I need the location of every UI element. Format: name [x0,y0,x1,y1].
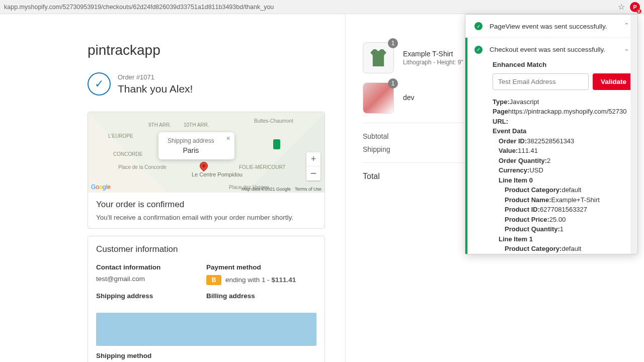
tshirt-icon [370,49,386,66]
map-label: CONCORDE [113,151,142,157]
close-icon[interactable]: × [226,134,230,142]
shipping-method-label: Shipping method [96,352,206,359]
browser-url-bar: kapp.myshopify.com/52730953919/checkouts… [0,0,644,14]
contact-email: test@gmail.com [96,275,206,283]
store-name: pintrackapp [88,42,325,58]
thank-you-header: ✓ Order #1071 Thank you Alex! [88,72,325,96]
shipping-map[interactable]: 9TH ARR. 10TH ARR. L'EUROPE Buttes-Chaum… [88,112,325,193]
customer-info-title: Customer information [96,244,316,254]
order-confirm-card: 9TH ARR. 10TH ARR. L'EUROPE Buttes-Chaum… [88,112,325,229]
event-details: Type:Javascript Pagehttps://pintrackapp.… [493,97,626,254]
map-label: Buttes-Chaumont [254,118,293,124]
enhanced-match-label: Enhanced Match [493,61,626,68]
customer-info-card: Customer information Contact information… [88,236,325,362]
map-zoom-controls: + − [306,152,320,180]
billing-address-label: Billing address [206,292,316,300]
quantity-badge: 1 [388,38,398,48]
chevron-up-icon[interactable]: ⌃ [624,22,629,29]
map-label: 9TH ARR. [148,122,171,128]
success-check-icon: ✓ [474,46,482,54]
pinterest-extension-icon[interactable]: P2 [630,2,640,12]
payment-method-value: Bending with 1 - $111.41 [206,275,316,285]
card-brand-icon: B [206,275,221,285]
zoom-in-button[interactable]: + [306,152,320,166]
test-email-input[interactable] [493,73,589,90]
extension-badge: 2 [636,9,641,14]
google-logo: Google [91,184,111,191]
contact-info-label: Contact information [96,263,206,271]
order-number: Order #1071 [118,73,193,81]
map-label: FOLIE-MÉRICOURT [239,164,286,170]
map-label: Place de la Concorde [118,164,167,170]
chevron-down-icon[interactable]: ⌄ [624,45,629,52]
pageview-event-row[interactable]: ✓ PageView event was sent successfully. … [465,15,637,38]
confirm-subtext: You'll receive a confirmation email with… [96,214,316,221]
map-label: 10TH ARR. [184,122,209,128]
map-attribution: Map data ©2021 GoogleTerms of Use [237,187,321,192]
map-marker-icon [273,139,280,149]
validate-button[interactable]: Validate [593,73,634,90]
checkout-main: pintrackapp ✓ Order #1071 Thank you Alex… [0,14,345,362]
shipping-address-label: Shipping address [96,292,206,300]
payment-method-label: Payment method [206,263,316,271]
scrollbar[interactable] [630,15,637,254]
checkout-event-row[interactable]: ✓ Checkout event was sent successfully. … [465,38,637,60]
checkmark-circle-icon: ✓ [88,72,111,96]
pageview-message: PageView event was sent successfully. [490,23,607,30]
checkout-message: Checkout event was sent successfully. [490,46,605,53]
bookmark-star-icon[interactable]: ☆ [618,2,625,12]
address-redacted-block [96,313,316,346]
url-text: kapp.myshopify.com/52730953919/checkouts… [4,4,614,11]
thank-you-text: Thank you Alex! [118,83,193,95]
map-tooltip: × Shipping address Paris [158,132,234,159]
success-check-icon: ✓ [474,22,482,30]
map-label: Le Centre Pompidou [192,171,243,177]
zoom-out-button[interactable]: − [306,166,320,180]
map-label: L'EUROPE [108,133,133,139]
pinterest-tag-debugger-panel: ✓ PageView event was sent successfully. … [465,14,638,254]
quantity-badge: 1 [388,78,398,88]
tooltip-title: Shipping address [168,137,214,144]
tooltip-city: Paris [168,146,214,154]
confirm-title: Your order is confirmed [96,200,316,210]
